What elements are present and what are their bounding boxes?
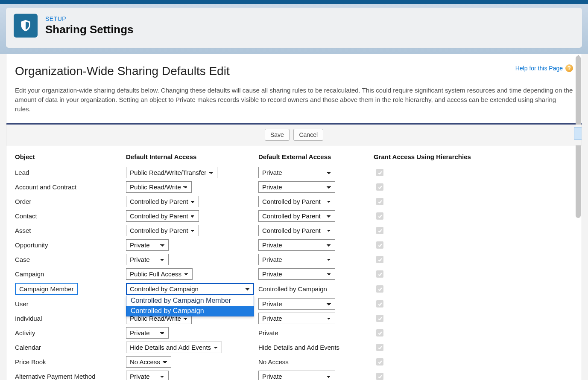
internal-access-select[interactable]: Private — [126, 254, 169, 265]
external-access-cell: Private — [258, 329, 374, 336]
hierarchy-cell — [374, 373, 480, 380]
internal-access-select[interactable]: Controlled by Parent — [126, 196, 199, 207]
object-label: Lead — [15, 167, 126, 178]
internal-access-select[interactable]: Public Read/Write/Transfer — [126, 167, 217, 178]
external-access-select[interactable]: Controlled by Parent — [258, 225, 335, 236]
internal-access-select[interactable]: Private — [126, 371, 169, 380]
external-access-select[interactable]: Private — [258, 313, 335, 324]
internal-access-cell: Private — [126, 239, 258, 251]
vertical-scrollbar[interactable] — [576, 56, 581, 380]
external-access-select[interactable]: Private — [258, 371, 335, 380]
hierarchy-checkbox[interactable] — [376, 344, 383, 351]
intro-text: Edit your organization-wide sharing defa… — [15, 86, 573, 113]
external-access-cell: No Access — [258, 358, 374, 365]
internal-access-cell: Public Read/Write/Transfer — [126, 167, 258, 178]
internal-access-select[interactable]: Private — [126, 327, 169, 339]
help-for-this-page-link[interactable]: Help for this Page ? — [515, 64, 573, 72]
collapse-tab[interactable] — [574, 127, 582, 140]
action-button-row: Save Cancel — [6, 125, 582, 145]
hierarchy-checkbox[interactable] — [376, 285, 383, 293]
internal-access-select[interactable]: Controlled by Campaign — [126, 283, 254, 295]
setup-eyebrow: SETUP — [45, 15, 134, 22]
hierarchy-cell — [374, 256, 480, 264]
internal-access-cell: Public Full Access — [126, 268, 258, 280]
external-access-cell: Controlled by Parent — [258, 210, 374, 222]
hierarchy-checkbox[interactable] — [376, 315, 383, 322]
hierarchy-cell — [374, 285, 480, 293]
internal-access-cell: Controlled by Parent — [126, 225, 258, 236]
page-title: Sharing Settings — [45, 23, 134, 36]
help-link-label: Help for this Page — [515, 65, 563, 72]
object-label: Individual — [15, 313, 126, 324]
external-access-select[interactable]: Private — [258, 298, 335, 310]
internal-access-select[interactable]: No Access — [126, 356, 171, 368]
internal-access-select[interactable]: Public Full Access — [126, 268, 193, 280]
internal-access-select[interactable]: Controlled by Parent — [126, 225, 199, 236]
shield-icon — [14, 14, 38, 38]
hierarchy-checkbox[interactable] — [376, 198, 383, 205]
external-access-cell: Controlled by Campaign — [258, 285, 374, 293]
hierarchy-checkbox[interactable] — [376, 270, 383, 278]
hierarchy-checkbox[interactable] — [376, 373, 383, 380]
help-icon: ? — [565, 64, 573, 72]
external-access-select[interactable]: Controlled by Parent — [258, 210, 335, 222]
external-access-select[interactable]: Private — [258, 268, 335, 280]
hierarchy-cell — [374, 227, 480, 235]
sharing-defaults-grid: Object Default Internal Access Default E… — [15, 145, 573, 380]
internal-access-cell: Private — [126, 371, 258, 380]
object-label: Campaign Member — [15, 283, 126, 295]
cancel-button[interactable]: Cancel — [293, 129, 323, 141]
internal-access-cell: Private — [126, 254, 258, 265]
external-access-cell: Private — [258, 268, 374, 280]
content-panel: Organization-Wide Sharing Defaults Edit … — [6, 54, 582, 380]
section-title: Organization-Wide Sharing Defaults Edit — [15, 64, 230, 78]
highlighted-object: Campaign Member — [15, 283, 78, 295]
object-label: Contact — [15, 211, 126, 221]
internal-access-cell: Public Read/Write — [126, 181, 258, 193]
external-access-select[interactable]: Private — [258, 181, 335, 193]
hierarchy-cell — [374, 169, 480, 177]
col-head-internal: Default Internal Access — [126, 153, 258, 164]
external-access-cell: Private — [258, 371, 374, 380]
internal-access-select[interactable]: Hide Details and Add Events — [126, 342, 222, 353]
hierarchy-cell — [374, 212, 480, 220]
header-region: SETUP Sharing Settings — [0, 4, 588, 54]
col-head-hierarchy: Grant Access Using Hierarchies — [374, 153, 480, 164]
internal-access-dropdown[interactable]: Controlled by Campaign MemberControlled … — [126, 296, 254, 316]
hierarchy-checkbox[interactable] — [376, 227, 383, 234]
external-access-select[interactable]: Private — [258, 167, 335, 178]
external-access-cell: Private — [258, 254, 374, 265]
object-label: Campaign — [15, 269, 126, 279]
internal-access-cell: Controlled by Parent — [126, 210, 258, 222]
external-access-cell: Private — [258, 313, 374, 324]
external-access-select[interactable]: Private — [258, 239, 335, 251]
hierarchy-checkbox[interactable] — [376, 358, 383, 365]
dropdown-option[interactable]: Controlled by Campaign Member — [126, 296, 254, 306]
hierarchy-checkbox[interactable] — [376, 256, 383, 263]
external-access-select[interactable]: Controlled by Parent — [258, 196, 335, 207]
hierarchy-cell — [374, 183, 480, 191]
object-label: Activity — [15, 328, 126, 338]
internal-access-select[interactable]: Controlled by Parent — [126, 210, 199, 222]
object-label: Opportunity — [15, 240, 126, 250]
internal-access-select[interactable]: Private — [126, 239, 169, 251]
app-top-bar — [0, 0, 588, 4]
page-header-text: SETUP Sharing Settings — [45, 15, 134, 36]
hierarchy-checkbox[interactable] — [376, 212, 383, 220]
hierarchy-checkbox[interactable] — [376, 183, 383, 191]
object-label: Calendar — [15, 342, 126, 353]
object-label: Asset — [15, 225, 126, 236]
hierarchy-checkbox[interactable] — [376, 329, 383, 336]
hierarchy-checkbox[interactable] — [376, 169, 383, 176]
hierarchy-checkbox[interactable] — [376, 300, 383, 307]
external-access-select[interactable]: Private — [258, 254, 335, 265]
internal-access-cell: Hide Details and Add Events — [126, 342, 258, 353]
object-label: Order — [15, 196, 126, 207]
object-label: Account and Contract — [15, 182, 126, 192]
hierarchy-cell — [374, 315, 480, 322]
internal-access-cell: Controlled by Parent — [126, 196, 258, 207]
save-button[interactable]: Save — [265, 129, 290, 141]
hierarchy-checkbox[interactable] — [376, 241, 383, 249]
internal-access-select[interactable]: Public Read/Write — [126, 181, 192, 193]
dropdown-option-selected[interactable]: Controlled by Campaign — [126, 306, 254, 316]
